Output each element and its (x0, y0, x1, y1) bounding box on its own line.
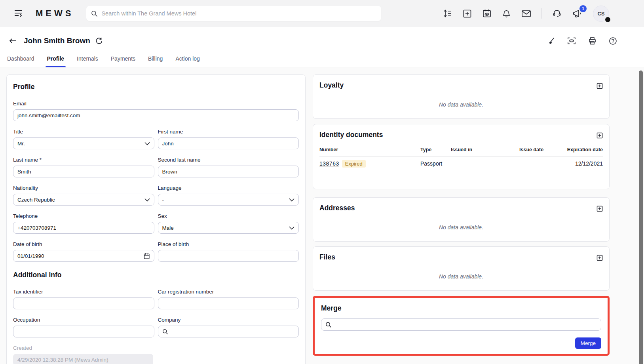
identity-documents-title: Identity documents (319, 131, 383, 139)
created-field-group: Created (13, 345, 153, 364)
loyalty-empty-text: No data available. (319, 101, 603, 108)
sex-select-value: Male (162, 225, 174, 231)
telephone-label: Telephone (13, 213, 154, 219)
top-app-bar: MEWS (0, 0, 644, 27)
avatar-initials: CS (597, 11, 604, 17)
topbar-divider (541, 8, 542, 19)
calendar-view-icon[interactable] (482, 9, 492, 18)
add-address-icon[interactable] (597, 206, 603, 212)
language-select-value: - (162, 197, 164, 203)
last-name-label: Last name * (13, 157, 154, 163)
brush-icon[interactable] (548, 37, 555, 45)
row-density-icon[interactable] (443, 9, 452, 18)
company-search-box[interactable] (158, 326, 299, 337)
identity-documents-table: Number Type Issued in Issue date Expirat… (319, 147, 603, 171)
merge-search-input[interactable] (335, 322, 597, 328)
create-new-icon[interactable] (463, 9, 472, 18)
date-of-birth-picker[interactable] (13, 250, 154, 262)
occupation-label: Occupation (13, 317, 154, 323)
files-card: Files No data available. (313, 246, 610, 291)
language-select[interactable]: - (158, 194, 299, 206)
title-select[interactable]: Mr. (13, 137, 154, 149)
telephone-field[interactable] (17, 225, 150, 231)
first-name-label: First name (158, 129, 299, 135)
tab-billing[interactable]: Billing (147, 52, 163, 67)
search-icon (325, 322, 332, 328)
avatar-status-badge (604, 16, 611, 23)
tab-action-log[interactable]: Action log (175, 52, 200, 67)
global-search[interactable] (86, 6, 381, 21)
email-field[interactable] (17, 112, 294, 118)
email-field-group: Email (13, 101, 299, 121)
tax-identifier-field[interactable] (17, 301, 150, 307)
nationality-select-value: Czech Republic (17, 197, 55, 203)
col-type: Type (420, 147, 451, 152)
refresh-icon[interactable] (95, 37, 103, 45)
profile-card: Profile Email Title Mr. First name (6, 74, 306, 364)
col-number: Number (319, 147, 420, 152)
tax-identifier-label: Tax identifier (13, 289, 154, 295)
car-registration-label: Car registration number (158, 289, 299, 295)
merge-button[interactable]: Merge (575, 337, 601, 349)
nationality-label: Nationality (13, 185, 154, 191)
loyalty-title: Loyalty (319, 81, 344, 90)
page-title: John Smith Brown (24, 36, 90, 45)
document-number-link[interactable]: 138763 (319, 160, 339, 167)
email-label: Email (13, 101, 299, 107)
addresses-title: Addresses (319, 204, 355, 212)
tab-profile[interactable]: Profile (46, 52, 65, 67)
support-headset-icon[interactable] (552, 9, 562, 18)
vertical-scrollbar[interactable] (639, 71, 643, 364)
sex-label: Sex (158, 213, 299, 219)
nationality-select[interactable]: Czech Republic (13, 194, 154, 206)
col-expiration-date: Expiration date (563, 147, 603, 152)
tab-bar: Dashboard Profile Internals Payments Bil… (0, 48, 644, 67)
mews-app: MEWS (0, 0, 644, 364)
tab-internals[interactable]: Internals (76, 52, 99, 67)
avatar[interactable]: CS (593, 6, 609, 22)
tab-dashboard[interactable]: Dashboard (6, 52, 35, 67)
menu-expand-icon[interactable] (13, 9, 23, 18)
date-of-birth-field[interactable] (17, 253, 144, 259)
company-field[interactable] (171, 329, 295, 335)
last-name-field[interactable] (17, 169, 150, 175)
company-label: Company (158, 317, 299, 323)
col-issue-date: Issue date (519, 147, 563, 152)
addresses-card: Addresses No data available. (313, 197, 610, 242)
profile-section-title: Profile (13, 83, 299, 91)
first-name-field[interactable] (162, 141, 295, 147)
sex-select[interactable]: Male (158, 222, 299, 234)
second-last-name-field[interactable] (162, 169, 295, 175)
title-select-value: Mr. (17, 141, 25, 147)
search-icon (162, 329, 168, 335)
print-icon[interactable] (588, 37, 597, 45)
help-icon[interactable] (609, 37, 617, 45)
created-field (17, 357, 149, 363)
chevron-down-icon (289, 198, 294, 202)
merge-search-box[interactable] (321, 318, 601, 331)
mews-logo: MEWS (36, 8, 74, 19)
merge-card-highlighted: Merge Merge (313, 296, 610, 356)
car-registration-field[interactable] (162, 301, 295, 307)
right-column: Loyalty No data available. Identity docu… (313, 74, 610, 356)
occupation-field[interactable] (17, 329, 150, 335)
identity-documents-card: Identity documents Number Type Issued in… (313, 124, 610, 189)
add-loyalty-icon[interactable] (597, 83, 603, 89)
page-header: John Smith Brown (0, 27, 644, 67)
place-of-birth-field[interactable] (162, 253, 295, 259)
files-empty-text: No data available. (319, 273, 603, 280)
tab-payments[interactable]: Payments (110, 52, 136, 67)
add-file-icon[interactable] (597, 255, 603, 261)
merge-title: Merge (321, 304, 601, 313)
add-identity-document-icon[interactable] (597, 132, 603, 139)
back-arrow-icon[interactable] (9, 38, 17, 44)
messages-envelope-icon[interactable] (521, 10, 531, 18)
files-title: Files (319, 253, 335, 261)
notifications-bell-icon[interactable] (502, 9, 511, 18)
language-label: Language (158, 185, 299, 191)
search-input[interactable] (101, 10, 376, 17)
status-badge: Expired (342, 160, 366, 168)
table-row: 138763 Expired Passport 12/12/2021 (319, 156, 603, 171)
scan-document-icon[interactable] (567, 37, 576, 45)
chevron-down-icon (144, 198, 150, 202)
